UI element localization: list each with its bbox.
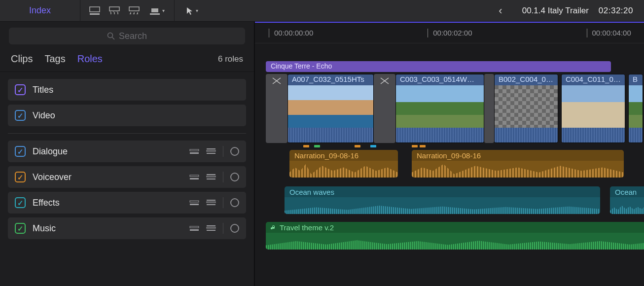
view-mode-3-icon[interactable]: [129, 6, 140, 16]
clip-waveform: [396, 128, 484, 143]
video-clip[interactable]: C003_C003_0514W…: [395, 74, 484, 143]
clip-label: B002_C004_0…: [495, 74, 558, 85]
audio-clip-narration[interactable]: Narration_09-08-16: [289, 150, 398, 178]
video-clip[interactable]: B002_C004_0…: [494, 74, 558, 143]
ruler-mark: 00:00:02:00: [428, 29, 472, 37]
marker-cyan[interactable]: [370, 145, 376, 147]
clip-waveform: [266, 233, 644, 250]
lane-expand-icon[interactable]: [206, 173, 216, 181]
index-tabs: Clips Tags Roles 6 roles: [0, 49, 254, 72]
svg-rect-13: [190, 175, 199, 177]
select-tool-group: ▾: [175, 6, 209, 16]
solo-button[interactable]: [230, 198, 239, 207]
back-button[interactable]: ‹: [484, 4, 517, 17]
time-ruler[interactable]: 00:00:00:00 00:00:02:00 00:00:04:00: [255, 23, 644, 43]
clip-waveform: [562, 128, 625, 143]
transition-handle[interactable]: [374, 74, 395, 143]
music-note-icon: [271, 224, 277, 230]
role-controls: [189, 146, 239, 157]
tab-roles[interactable]: Roles: [77, 53, 103, 65]
svg-rect-22: [207, 204, 215, 205]
svg-rect-5: [150, 13, 160, 15]
svg-rect-9: [190, 152, 199, 154]
role-checkbox[interactable]: [15, 110, 26, 121]
transition-handle[interactable]: [266, 74, 287, 143]
view-mode-2-icon[interactable]: [109, 6, 120, 16]
video-clip[interactable]: C004_C011_05…: [561, 74, 625, 143]
lane-expand-icon[interactable]: [206, 147, 216, 155]
role-label: Dialogue: [33, 146, 182, 157]
svg-rect-25: [207, 225, 215, 226]
transition-handle[interactable]: [484, 74, 494, 143]
audio-clip-effects[interactable]: Ocean: [610, 186, 644, 214]
clip-waveform: [495, 128, 558, 143]
role-checkbox[interactable]: [15, 197, 26, 208]
video-track: A007_C032_0515HTs C003_C003_0514W… B002_…: [266, 74, 644, 143]
view-mode-4-icon[interactable]: ▾: [148, 6, 165, 16]
project-name-label: 00.1.4 Italy Trailer: [517, 6, 594, 16]
audio-clip-narration[interactable]: Narration_09-08-16: [412, 150, 624, 178]
svg-rect-14: [190, 178, 199, 179]
title-clip[interactable]: Cinque Terre - Echo: [266, 61, 611, 72]
divider: [8, 133, 246, 134]
ruler-mark: 00:00:04:00: [587, 29, 631, 37]
role-item-titles[interactable]: Titles: [8, 79, 246, 101]
separator: [223, 146, 223, 157]
role-checkbox[interactable]: [15, 223, 26, 234]
marker-orange[interactable]: [412, 145, 418, 147]
marker-orange[interactable]: [420, 145, 426, 147]
lane-expand-icon[interactable]: [206, 224, 216, 232]
pointer-tool-icon[interactable]: ▾: [183, 6, 200, 16]
lane-collapse-icon[interactable]: [189, 173, 199, 181]
role-item-music[interactable]: Music: [8, 217, 246, 239]
search-input[interactable]: Search: [9, 28, 245, 44]
role-list: Titles Video Dialogue Voiceover: [0, 72, 254, 246]
video-clip[interactable]: B: [628, 74, 643, 143]
music-track: Travel theme v.2: [266, 222, 644, 250]
role-item-video[interactable]: Video: [8, 105, 246, 126]
svg-rect-15: [207, 174, 215, 175]
marker-orange[interactable]: [355, 145, 360, 147]
tab-clips[interactable]: Clips: [11, 53, 33, 65]
audio-clip-effects[interactable]: Ocean waves: [285, 186, 600, 214]
svg-rect-20: [207, 200, 215, 201]
index-button[interactable]: Index: [3, 2, 77, 19]
role-item-dialogue[interactable]: Dialogue: [8, 141, 246, 162]
role-label: Video: [33, 110, 239, 121]
marker-green[interactable]: [314, 145, 320, 147]
lane-collapse-icon[interactable]: [189, 199, 199, 207]
role-checkbox[interactable]: [15, 172, 26, 182]
separator: [223, 172, 223, 182]
role-checkbox[interactable]: [15, 146, 26, 157]
role-item-effects[interactable]: Effects: [8, 192, 246, 214]
svg-line-7: [112, 37, 114, 40]
timeline-area[interactable]: 00:00:00:00 00:00:02:00 00:00:04:00 Cinq…: [255, 22, 644, 286]
lane-collapse-icon[interactable]: [189, 224, 199, 232]
video-clip[interactable]: A007_C032_0515HTs: [287, 74, 374, 143]
solo-button[interactable]: [230, 173, 239, 181]
solo-button[interactable]: [230, 224, 239, 233]
svg-rect-8: [190, 149, 199, 151]
marker-orange[interactable]: [303, 145, 309, 147]
clip-thumbnail: [288, 85, 373, 128]
svg-rect-23: [190, 226, 199, 228]
clip-label: Narration_09-08-16: [412, 150, 624, 161]
role-checkbox[interactable]: [15, 84, 26, 95]
clip-label: Ocean: [610, 186, 644, 197]
svg-rect-3: [129, 7, 139, 11]
role-label: Music: [33, 223, 182, 234]
clip-label: A007_C032_0515HTs: [288, 74, 373, 85]
role-label: Voiceover: [33, 172, 182, 182]
svg-rect-11: [207, 150, 215, 151]
role-controls: [189, 172, 239, 182]
clip-label: C003_C003_0514W…: [396, 74, 484, 85]
effects-track: Ocean waves Ocean: [285, 186, 644, 214]
view-mode-1-icon[interactable]: [89, 6, 100, 16]
solo-button[interactable]: [230, 147, 239, 156]
role-controls: [189, 197, 239, 208]
lane-collapse-icon[interactable]: [189, 147, 199, 155]
tab-tags[interactable]: Tags: [44, 53, 65, 65]
role-item-voiceover[interactable]: Voiceover: [8, 166, 246, 188]
lane-expand-icon[interactable]: [206, 199, 216, 207]
audio-clip-music[interactable]: Travel theme v.2: [266, 222, 644, 250]
